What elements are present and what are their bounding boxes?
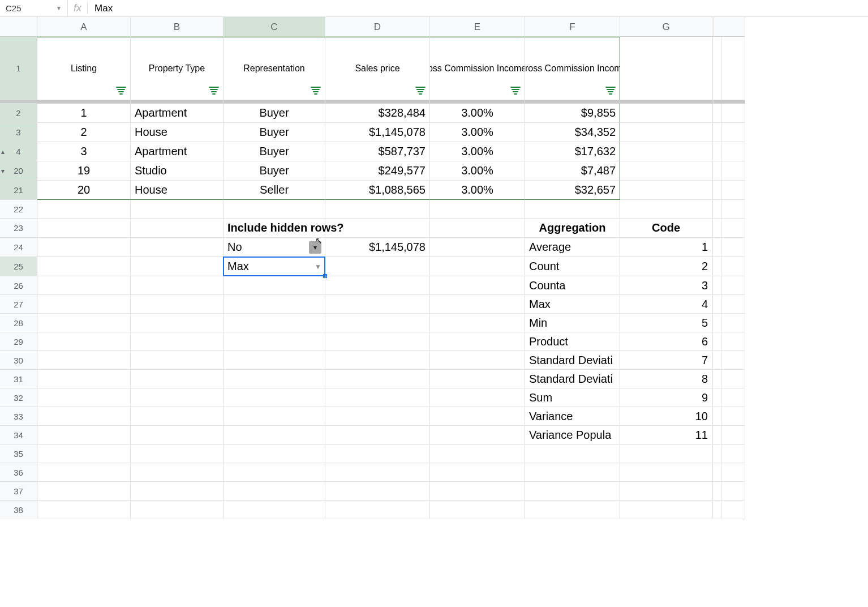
cell-A25[interactable] [37, 257, 131, 276]
cell-E24[interactable] [430, 238, 525, 257]
cell-D36[interactable] [325, 463, 430, 482]
row-header-27[interactable]: 27 [0, 295, 37, 314]
cell-D3[interactable]: $1,145,078 [325, 123, 430, 142]
cell-B24[interactable] [131, 238, 224, 257]
cell-A30[interactable] [37, 351, 131, 370]
cell-C25[interactable]: Max ▼ [224, 257, 325, 276]
name-box[interactable]: C25 ▼ [0, 0, 68, 16]
cell-B25[interactable] [131, 257, 224, 276]
cell-E38[interactable] [430, 501, 525, 519]
cell-C31[interactable] [224, 370, 325, 388]
cell-D2[interactable]: $328,484 [325, 104, 430, 123]
cell-B30[interactable] [131, 351, 224, 370]
cell-B21[interactable]: House [131, 181, 224, 200]
cell-C3[interactable]: Buyer [224, 123, 325, 142]
cell-D28[interactable] [325, 314, 430, 332]
cell-H4[interactable] [714, 142, 745, 161]
cell-G28[interactable]: 5 [620, 314, 712, 332]
cell-F27[interactable]: Max [525, 295, 620, 314]
cell-A35[interactable] [37, 444, 131, 463]
cell-G3[interactable] [620, 123, 712, 142]
cell-D21[interactable]: $1,088,565 [325, 181, 430, 200]
cell-D30[interactable] [325, 351, 430, 370]
group-expand-down-icon[interactable]: ▾ [1, 167, 5, 175]
cell-C32[interactable] [224, 388, 325, 407]
cell-E21[interactable]: 3.00% [430, 181, 525, 200]
cell-B38[interactable] [131, 501, 224, 519]
cell-H2[interactable] [714, 104, 745, 123]
cell-G21[interactable] [620, 181, 712, 200]
cell-E29[interactable] [430, 332, 525, 351]
cell-C30[interactable] [224, 351, 325, 370]
row-header-34[interactable]: 34 [0, 426, 37, 444]
cell-A32[interactable] [37, 388, 131, 407]
cell-A23[interactable] [37, 219, 131, 238]
cell-E1[interactable]: Gross Commission Income % [430, 37, 525, 100]
cell-F4[interactable]: $17,632 [525, 142, 620, 161]
row-header-21[interactable]: 21 [0, 181, 37, 200]
cell-F33[interactable]: Variance [525, 407, 620, 426]
cell-G34[interactable]: 11 [620, 426, 712, 444]
cell-A3[interactable]: 2 [37, 123, 131, 142]
row-header-29[interactable]: 29 [0, 332, 37, 351]
cell-E3[interactable]: 3.00% [430, 123, 525, 142]
row-header-36[interactable]: 36 [0, 463, 37, 482]
cell-B23[interactable] [131, 219, 224, 238]
cell-H1-partial[interactable] [714, 37, 745, 100]
group-collapse-up-icon[interactable]: ▴ [1, 148, 5, 156]
cell-C36[interactable] [224, 463, 325, 482]
row-header-2[interactable]: 2 [0, 104, 37, 123]
cell-F36[interactable] [525, 463, 620, 482]
cell-B32[interactable] [131, 388, 224, 407]
cell-H31[interactable] [714, 370, 745, 388]
cell-G30[interactable]: 7 [620, 351, 712, 370]
cell-H25[interactable] [714, 257, 745, 276]
cell-G26[interactable]: 3 [620, 276, 712, 295]
cell-G2[interactable] [620, 104, 712, 123]
cell-F23[interactable]: Aggregation [525, 219, 620, 238]
select-all-corner[interactable] [0, 17, 37, 37]
row-header-3[interactable]: 3 [0, 123, 37, 142]
row-header-23[interactable]: 23 [0, 219, 37, 238]
cell-H27[interactable] [714, 295, 745, 314]
cell-B22[interactable] [131, 200, 224, 219]
cell-F38[interactable] [525, 501, 620, 519]
filter-icon[interactable] [605, 87, 616, 95]
cell-G38[interactable] [620, 501, 712, 519]
row-header-28[interactable]: 28 [0, 314, 37, 332]
cell-F30[interactable]: Standard Deviati [525, 351, 620, 370]
row-header-20[interactable]: ▾20 [0, 161, 37, 181]
cell-B28[interactable] [131, 314, 224, 332]
cell-B31[interactable] [131, 370, 224, 388]
cell-A31[interactable] [37, 370, 131, 388]
col-header-H-partial[interactable] [714, 17, 745, 37]
cell-A21[interactable]: 20 [37, 181, 131, 200]
cell-E2[interactable]: 3.00% [430, 104, 525, 123]
cell-C38[interactable] [224, 501, 325, 519]
cell-D35[interactable] [325, 444, 430, 463]
cell-B33[interactable] [131, 407, 224, 426]
cell-F32[interactable]: Sum [525, 388, 620, 407]
cell-E30[interactable] [430, 351, 525, 370]
cell-H33[interactable] [714, 407, 745, 426]
cell-C35[interactable] [224, 444, 325, 463]
cell-D32[interactable] [325, 388, 430, 407]
cell-G23[interactable]: Code [620, 219, 712, 238]
cell-A28[interactable] [37, 314, 131, 332]
cell-B3[interactable]: House [131, 123, 224, 142]
cell-E23[interactable] [430, 219, 525, 238]
cell-D26[interactable] [325, 276, 430, 295]
cell-B20[interactable]: Studio [131, 161, 224, 181]
cell-H34[interactable] [714, 426, 745, 444]
spreadsheet-grid[interactable]: A B C D E F G 1 Listing Property Type Re… [0, 17, 868, 519]
cell-H38[interactable] [714, 501, 745, 519]
row-header-37[interactable]: 37 [0, 482, 37, 501]
cell-E27[interactable] [430, 295, 525, 314]
cell-H26[interactable] [714, 276, 745, 295]
cell-A20[interactable]: 19 [37, 161, 131, 181]
cell-A37[interactable] [37, 482, 131, 501]
cell-B37[interactable] [131, 482, 224, 501]
filter-icon[interactable] [209, 87, 219, 95]
cell-E22[interactable] [430, 200, 525, 219]
cell-A24[interactable] [37, 238, 131, 257]
